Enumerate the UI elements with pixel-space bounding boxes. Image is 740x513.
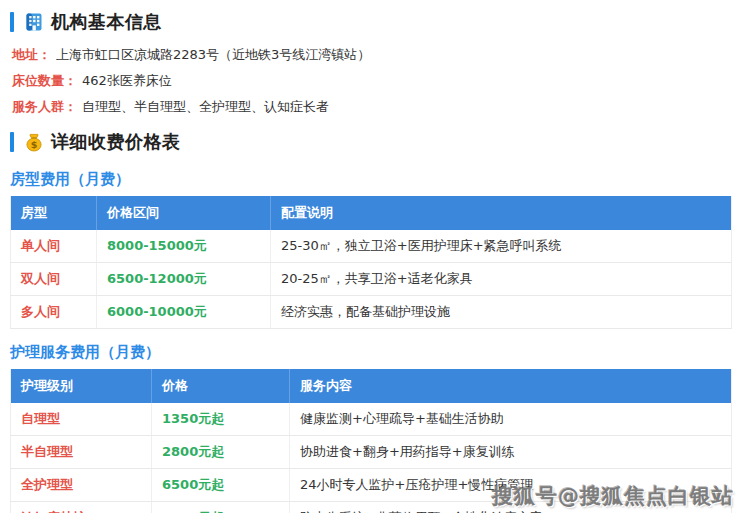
info-field-address: 地址：上海市虹口区凉城路2283号（近地铁3号线江湾镇站） bbox=[12, 42, 732, 68]
col-header-config: 配置说明 bbox=[271, 196, 732, 230]
money-bag-icon: $ bbox=[24, 132, 44, 152]
cell-price: 8000元起 bbox=[152, 502, 290, 513]
cell-room-type: 双人间 bbox=[11, 263, 97, 296]
svg-text:$: $ bbox=[31, 139, 38, 150]
cell-care-level: 认知症特护 bbox=[11, 502, 152, 513]
cell-config: 25-30㎡，独立卫浴+医用护理床+紧急呼叫系统 bbox=[271, 230, 732, 263]
section-header-pricing: $ 详细收费价格表 bbox=[10, 128, 732, 156]
cell-services: 协助进食+翻身+用药指导+康复训练 bbox=[290, 436, 732, 469]
cell-care-level: 自理型 bbox=[11, 403, 152, 436]
building-icon bbox=[24, 12, 44, 32]
cell-price-range: 8000-15000元 bbox=[97, 230, 271, 263]
table-row: 单人间 8000-15000元 25-30㎡，独立卫浴+医用护理床+紧急呼叫系统 bbox=[11, 230, 732, 263]
cell-price: 6500元起 bbox=[152, 469, 290, 502]
cell-price: 2800元起 bbox=[152, 436, 290, 469]
col-header-price: 价格 bbox=[152, 369, 290, 403]
field-value: 上海市虹口区凉城路2283号（近地铁3号线江湾镇站） bbox=[56, 47, 370, 62]
table-row: 多人间 6000-10000元 经济实惠，配备基础护理设施 bbox=[11, 296, 732, 329]
col-header-care-level: 护理级别 bbox=[11, 369, 152, 403]
section-header-basic-info: 机构基本信息 bbox=[10, 8, 732, 36]
cell-care-level: 全护理型 bbox=[11, 469, 152, 502]
col-header-services: 服务内容 bbox=[290, 369, 732, 403]
field-label: 服务人群： bbox=[12, 99, 77, 114]
table-header-row: 护理级别 价格 服务内容 bbox=[11, 369, 732, 403]
subheading-room-fees: 房型费用（月费） bbox=[10, 170, 732, 189]
cell-room-type: 单人间 bbox=[11, 230, 97, 263]
cell-price-range: 6500-12000元 bbox=[97, 263, 271, 296]
cell-care-level: 半自理型 bbox=[11, 436, 152, 469]
cell-price-range: 6000-10000元 bbox=[97, 296, 271, 329]
accent-bar bbox=[10, 132, 14, 152]
info-field-service-groups: 服务人群：自理型、半自理型、全护理型、认知症长者 bbox=[12, 94, 732, 120]
cell-config: 20-25㎡，共享卫浴+适老化家具 bbox=[271, 263, 732, 296]
cell-config: 经济实惠，配备基础护理设施 bbox=[271, 296, 732, 329]
section-title-pricing: 详细收费价格表 bbox=[51, 130, 181, 154]
field-label: 床位数量： bbox=[12, 73, 77, 88]
col-header-price-range: 价格区间 bbox=[97, 196, 271, 230]
field-value: 自理型、半自理型、全护理型、认知症长者 bbox=[82, 99, 329, 114]
cell-room-type: 多人间 bbox=[11, 296, 97, 329]
basic-info-fields: 地址：上海市虹口区凉城路2283号（近地铁3号线江湾镇站） 床位数量：462张医… bbox=[12, 42, 732, 120]
accent-bar bbox=[10, 12, 14, 32]
field-label: 地址： bbox=[12, 47, 51, 62]
subheading-care-fees: 护理服务费用（月费） bbox=[10, 343, 732, 362]
table-row: 半自理型 2800元起 协助进食+翻身+用药指导+康复训练 bbox=[11, 436, 732, 469]
article-page: 机构基本信息 地址：上海市虹口区凉城路2283号（近地铁3号线江湾镇站） 床位数… bbox=[0, 0, 740, 513]
cell-services: 健康监测+心理疏导+基础生活协助 bbox=[290, 403, 732, 436]
table-row: 自理型 1350元起 健康监测+心理疏导+基础生活协助 bbox=[11, 403, 732, 436]
info-field-beds: 床位数量：462张医养床位 bbox=[12, 68, 732, 94]
section-title-basic-info: 机构基本信息 bbox=[51, 10, 162, 34]
watermark: 搜狐号@搜狐焦点白银站 bbox=[492, 482, 734, 510]
table-row: 双人间 6500-12000元 20-25㎡，共享卫浴+适老化家具 bbox=[11, 263, 732, 296]
field-value: 462张医养床位 bbox=[82, 73, 172, 88]
table-header-row: 房型 价格区间 配置说明 bbox=[11, 196, 732, 230]
col-header-room-type: 房型 bbox=[11, 196, 97, 230]
room-price-table: 房型 价格区间 配置说明 单人间 8000-15000元 25-30㎡，独立卫浴… bbox=[10, 196, 732, 329]
cell-price: 1350元起 bbox=[152, 403, 290, 436]
